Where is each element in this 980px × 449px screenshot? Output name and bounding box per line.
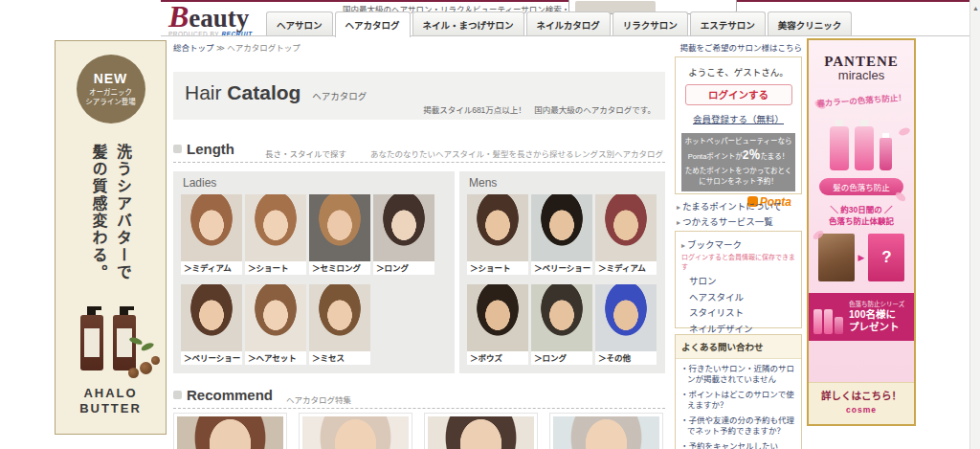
tab-ヘアカタログ[interactable]: ヘアカタログ xyxy=(335,11,411,37)
recommend-card[interactable] xyxy=(424,413,538,449)
catalog-item[interactable]: ＞ミセス xyxy=(309,284,370,365)
hairstyle-label: ＞セミロング xyxy=(309,261,370,275)
hairstyle-label: ＞ヘアセット xyxy=(245,351,306,365)
length-subtitle: 長さ・スタイルで探す xyxy=(265,147,346,159)
recommend-card[interactable] xyxy=(549,413,663,449)
sidebar-link[interactable]: ▸たまるポイントについて xyxy=(677,199,802,214)
recommend-section-header: Recommend ヘアカタログ特集 xyxy=(173,387,665,409)
bookmark-category-link[interactable]: スタイリスト xyxy=(681,305,795,322)
catalog-item[interactable]: ＞ミディアム xyxy=(595,194,657,275)
catalog-item[interactable]: ＞ベリーショート xyxy=(531,194,592,275)
question-box: ? xyxy=(868,234,904,281)
hairstyle-label: ＞ベリーショート xyxy=(181,351,242,365)
scrollbar[interactable]: ▲ xyxy=(969,0,980,449)
section-icon xyxy=(173,391,182,399)
breadcrumb: 総合トップ ≫ ヘアカタログトップ xyxy=(173,41,301,53)
welcome-text: ようこそ、ゲストさん。 xyxy=(681,65,795,79)
right-ad-pantene[interactable]: PANTENE miracles 春カラーの色落ち防止！ 髪の色落ち防止 ＼ 約… xyxy=(807,38,916,426)
hairstyle-label: ＞ベリーショート xyxy=(531,261,592,275)
catalog-item[interactable]: ＞ボウズ xyxy=(467,284,528,365)
section-icon xyxy=(173,145,182,153)
ponta-points-banner: ホットペッパービューティーならPontaポイントが2％たまる！ ためたポイントを… xyxy=(681,133,795,191)
breadcrumb-home-link[interactable]: 総合トップ xyxy=(173,43,214,53)
hairstyle-photo xyxy=(373,194,434,261)
hairstyle-photo xyxy=(181,284,242,351)
miracles-logo: miracles xyxy=(809,68,914,82)
salon-signup-link[interactable]: 掲載をご希望のサロン様はこちら xyxy=(660,41,802,53)
hairstyle-label: ＞ミセス xyxy=(309,351,370,365)
left-ad-ahalo-butter[interactable]: NEW オーガニック シアライン登場 洗うシアバターで 髪の質感変わる。 AHA… xyxy=(55,40,167,435)
scroll-up-icon[interactable]: ▲ xyxy=(971,5,980,11)
login-button[interactable]: ログインする xyxy=(685,84,792,105)
tab-ネイル・まつげサロン[interactable]: ネイル・まつげサロン xyxy=(412,11,524,36)
bookmark-box: ▸ブックマーク ログインすると会員情報に保存できます サロンヘアスタイルスタイリ… xyxy=(675,231,802,328)
faq-item[interactable]: ・行きたいサロン・近隣のサロンが掲載されていません xyxy=(680,364,796,386)
faq-item[interactable]: ・予約をキャンセルしたい xyxy=(680,441,796,449)
hairstyle-label: ＞ボウズ xyxy=(467,351,528,365)
catalog-item[interactable]: ＞ロング xyxy=(373,194,434,275)
hairstyle-photo xyxy=(309,284,370,351)
catalog-item[interactable]: ＞ミディアム xyxy=(181,194,242,275)
catalog-item[interactable]: ＞ヘアセット xyxy=(245,284,306,365)
tab-ヘアサロン[interactable]: ヘアサロン xyxy=(266,11,333,36)
ad-brand-name: AHALO BUTTER xyxy=(59,386,162,417)
recommend-photo xyxy=(428,416,534,449)
catalog-item[interactable]: ＞ショート xyxy=(467,194,528,275)
faq-item[interactable]: ・子供や友達の分の予約も代理でネット予約できますか？ xyxy=(680,415,796,438)
tab-ネイルカタログ[interactable]: ネイルカタログ xyxy=(526,11,611,36)
tab-リラクサロン[interactable]: リラクサロン xyxy=(612,11,688,36)
recommend-photo xyxy=(553,416,659,449)
tab-エステサロン[interactable]: エステサロン xyxy=(690,11,766,36)
catalog-item[interactable]: ＞ショート xyxy=(245,194,306,275)
sidebar-link[interactable]: ▸つかえるサービス一覧 xyxy=(677,214,802,230)
bookmark-category-link[interactable]: ヘアスタイル xyxy=(681,290,795,306)
tab-美容クリニック[interactable]: 美容クリニック xyxy=(768,11,853,36)
recommend-card[interactable] xyxy=(173,413,287,449)
trial-diary-text: ＼ 約30日間の ／ 色落ち防止体験記 xyxy=(809,205,914,228)
hairstyle-label: ＞ミディアム xyxy=(181,261,242,275)
faq-box: よくある問い合わせ ・行きたいサロン・近隣のサロンが掲載されていません・ポイント… xyxy=(675,334,802,449)
register-link[interactable]: 会員登録する（無料） xyxy=(693,114,784,124)
decor-open: ＼ xyxy=(830,205,838,214)
recommend-photo xyxy=(302,416,409,449)
login-box: ようこそ、ゲストさん。 ログインする 会員登録する（無料） ホットペッパービュー… xyxy=(675,56,802,194)
hairstyle-photo xyxy=(531,194,592,261)
hairstyle-label: ＞ショート xyxy=(467,261,528,275)
catalog-item[interactable]: ＞ロング xyxy=(531,284,592,365)
faq-item[interactable]: ・ポイントはどこのサロンで使えますか？ xyxy=(680,390,796,412)
hairstyle-photo xyxy=(595,284,657,351)
ad-copy-vertical: 洗うシアバターで 髪の質感変わる。 xyxy=(86,133,135,292)
mini-products xyxy=(813,300,845,334)
recommend-photo xyxy=(177,416,283,449)
before-after-row: ▶ ? xyxy=(809,234,914,281)
new-badge: NEW オーガニック シアライン登場 xyxy=(77,55,145,123)
recommend-card[interactable] xyxy=(299,413,412,449)
page-title-bar: Hair Catalog ヘアカタログ 掲載スタイル681万点以上！ 国内最大級… xyxy=(173,72,665,120)
faq-title: よくある問い合わせ xyxy=(676,335,801,359)
catalog-count-note: 掲載スタイル681万点以上！ 国内最大級のヘアカタログです。 xyxy=(423,103,656,115)
catalog-item[interactable]: ＞セミロング xyxy=(309,194,370,275)
hairstyle-photo xyxy=(467,284,528,351)
recommend-title: Recommend xyxy=(187,387,273,403)
hairstyle-label: ＞ミディアム xyxy=(595,261,657,275)
hairstyle-photo xyxy=(245,284,306,351)
mens-panel: Mens ＞ショート＞ベリーショート＞ミディアム＞ボウズ＞ロング＞その他 xyxy=(459,171,665,373)
hairstyle-photo xyxy=(181,194,242,261)
catalog-item[interactable]: ＞ベリーショート xyxy=(181,284,242,365)
breadcrumb-current: ヘアカタログトップ xyxy=(227,43,301,53)
mens-title: Mens xyxy=(469,176,497,190)
catalog-item[interactable]: ＞その他 xyxy=(595,284,657,365)
present-campaign-banner: 色落ち防止シリーズ 100名様に プレゼント xyxy=(809,293,914,341)
pantene-products xyxy=(809,115,914,170)
bookmark-link[interactable]: ▸ブックマーク xyxy=(681,237,795,251)
decor-close: ／ xyxy=(884,205,893,214)
bookmark-category-link[interactable]: サロン xyxy=(681,274,795,290)
ladies-title: Ladies xyxy=(183,176,216,190)
page-title: Hair Catalog ヘアカタログ xyxy=(185,81,367,104)
color-protect-badge: 髪の色落ち防止 xyxy=(819,178,903,195)
length-note: あなたのなりたいヘアスタイル・髪型を長さから探せるレングス別ヘアカタログ xyxy=(370,147,663,159)
page: Beauty PRODUCED BY RECRUIT 国内最大級のヘアサロン・リ… xyxy=(0,0,980,449)
ad-cta-link[interactable]: 詳しくはこちら！ xyxy=(809,388,914,402)
ladies-panel: Ladies ＞ミディアム＞ショート＞セミロング＞ロング＞ベリーショート＞ヘアセ… xyxy=(173,171,455,373)
hairstyle-photo xyxy=(309,194,370,261)
